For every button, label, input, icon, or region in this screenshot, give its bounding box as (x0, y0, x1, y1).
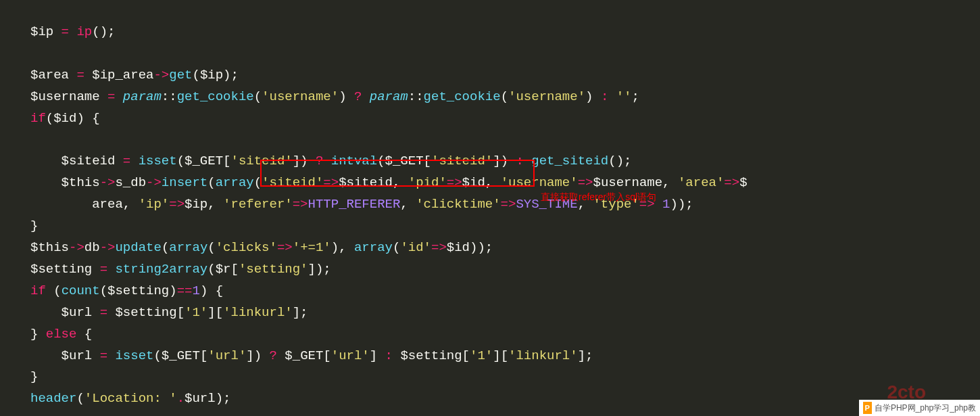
code-line: $username = param::get_cookie('username'… (30, 89, 639, 104)
watermark: P 自学PHP网_php学习_php教 (859, 400, 980, 416)
code-line: $siteid = isset($_GET['siteid']) ? intva… (30, 154, 631, 168)
code-line: } else { (30, 327, 92, 342)
code-line: $this->db->update(array('clicks'=>'+=1')… (30, 240, 493, 255)
annotation-text: 直接获取referer带入sql语句 (541, 189, 656, 206)
watermark-text: 自学PHP网_php学习_php教 (875, 401, 976, 415)
code-line: $url = $setting['1']['linkurl']; (30, 305, 308, 320)
code-line: if($id) { (30, 111, 100, 126)
code-line: } (30, 369, 38, 384)
code-line: $this->s_db->insert(array('siteid'=>$sit… (30, 175, 748, 190)
code-line: header('Location: '.$url); (30, 391, 230, 406)
code-line: if (count($setting)==1) { (30, 283, 223, 298)
watermark-icon: P (863, 402, 872, 414)
code-line: $setting = string2array($r['setting']); (30, 262, 331, 277)
code-line: $url = isset($_GET['url']) ? $_GET['url'… (30, 348, 593, 363)
code-line: $ip = ip(); (30, 24, 115, 39)
code-editor: $ip = ip(); $area = $ip_area->get($ip); … (0, 0, 980, 410)
code-line: } (30, 218, 38, 233)
code-line: $area = $ip_area->get($ip); (30, 68, 239, 83)
